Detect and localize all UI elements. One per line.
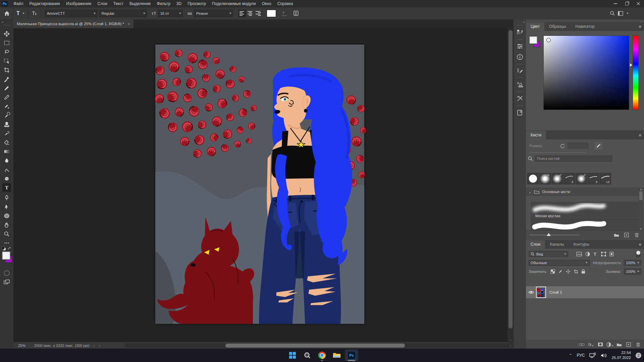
new-brush-icon[interactable] xyxy=(623,232,631,238)
search-icon[interactable] xyxy=(608,9,616,17)
foreground-color-swatch[interactable] xyxy=(2,251,10,260)
filter-smart-objects-icon[interactable] xyxy=(609,252,614,256)
brush-size-slider[interactable] xyxy=(529,152,586,153)
new-brush-group-icon[interactable] xyxy=(612,232,621,238)
art-history-brush-tool[interactable] xyxy=(2,129,11,137)
align-center-button[interactable] xyxy=(247,10,254,17)
notification-badge[interactable]: 2 xyxy=(636,353,641,358)
volume-icon[interactable] xyxy=(601,353,607,358)
crop-tool[interactable] xyxy=(2,66,11,74)
libraries-panel-icon[interactable] xyxy=(515,108,525,117)
anti-alias-select[interactable]: Резкое xyxy=(194,10,233,17)
smudge-tool[interactable] xyxy=(2,165,11,174)
new-layer-icon[interactable] xyxy=(625,341,633,348)
text-orientation-icon[interactable] xyxy=(30,9,38,17)
pen-tool[interactable] xyxy=(2,193,11,202)
delete-brush-icon[interactable] xyxy=(633,232,641,238)
brush-scroll-thumb[interactable] xyxy=(639,191,643,200)
gradient-tool[interactable] xyxy=(2,147,11,156)
quick-mask-icon[interactable] xyxy=(2,269,11,277)
layers-panel-menu-icon[interactable]: ≡ xyxy=(639,242,641,247)
brush-size-input[interactable] xyxy=(568,143,588,149)
scroll-down-icon[interactable]: ⌄ xyxy=(507,338,514,341)
info-panel-icon[interactable] xyxy=(515,52,525,62)
home-icon[interactable] xyxy=(3,9,11,17)
tools-grip[interactable] xyxy=(3,25,10,26)
menu-file[interactable]: Файл xyxy=(10,0,26,7)
brush-tile-soft-2[interactable]: 🖉 xyxy=(551,173,563,184)
clone-stamp-tool[interactable] xyxy=(2,120,11,128)
brush-search-input[interactable]: Поиск кистей xyxy=(535,156,612,162)
menu-view[interactable]: Просмотр xyxy=(184,0,209,7)
document-tab[interactable]: Маленькая Принцесса выросла.ai @ 25% (Сл… xyxy=(13,19,133,28)
taskbar-explorer-button[interactable] xyxy=(330,349,343,361)
menu-help[interactable]: Справка xyxy=(274,0,296,7)
warp-text-icon[interactable]: T xyxy=(280,9,288,17)
mixer-brush-tool[interactable] xyxy=(2,102,11,110)
opacity-field[interactable]: 100% xyxy=(624,260,641,266)
menu-layers[interactable]: Слои xyxy=(95,0,110,7)
scroll-left-icon[interactable]: ‹ xyxy=(99,344,101,348)
start-button[interactable] xyxy=(286,349,299,361)
filter-adjustment-layers-icon[interactable] xyxy=(585,252,590,256)
lock-position-icon[interactable] xyxy=(566,269,571,274)
delete-layer-icon[interactable] xyxy=(634,341,642,348)
blur-tool[interactable] xyxy=(2,156,11,165)
object-selection-tool[interactable] xyxy=(2,57,11,65)
tab-layers[interactable]: Слои xyxy=(526,240,545,249)
filter-type-layers-icon[interactable]: T xyxy=(593,252,598,256)
fill-field[interactable]: 100% xyxy=(624,268,641,275)
scroll-right-icon[interactable]: › xyxy=(510,344,511,348)
layer-filter-select[interactable]: Вид xyxy=(529,251,568,257)
menu-3d[interactable]: 3D xyxy=(173,0,184,7)
move-tool[interactable] xyxy=(2,29,11,38)
layer-styles-icon[interactable]: fx xyxy=(587,341,595,348)
blend-mode-select[interactable]: Обычные xyxy=(529,260,590,266)
color-panel-menu-icon[interactable]: ≡ xyxy=(639,24,641,29)
collapse-tools-icon[interactable]: » xyxy=(2,20,3,24)
canvas-artwork[interactable] xyxy=(155,45,364,324)
path-selection-tool[interactable] xyxy=(2,202,11,211)
font-style-select[interactable]: Regular xyxy=(99,10,147,17)
hue-slider[interactable] xyxy=(633,36,639,110)
brush-tile-soft-1[interactable]: ✎ xyxy=(539,173,551,184)
brush-tool[interactable] xyxy=(2,84,11,92)
layer-filter-toggle[interactable] xyxy=(636,250,641,258)
language-indicator[interactable]: РУС xyxy=(577,353,585,358)
rectangular-marquee-tool[interactable] xyxy=(2,39,11,47)
brushes-panel-menu-icon[interactable]: ≡ xyxy=(639,133,641,138)
zoom-level-field[interactable]: 25% xyxy=(18,344,25,348)
tool-presets-panel-icon[interactable] xyxy=(515,94,525,103)
horizontal-scrollbar-thumb[interactable] xyxy=(225,344,405,348)
tray-chevron-icon[interactable]: ⌃ xyxy=(569,353,572,358)
menu-image[interactable]: Изображение xyxy=(63,0,95,7)
lock-transparency-icon[interactable] xyxy=(550,269,555,274)
slider-thumb-icon[interactable] xyxy=(547,233,551,236)
filter-pixel-layers-icon[interactable] xyxy=(576,252,582,256)
eyedropper-tool[interactable] xyxy=(2,75,11,83)
new-group-icon[interactable] xyxy=(615,341,623,348)
brush-tile-soft-3[interactable]: 🖉 xyxy=(576,173,587,184)
menu-plugins[interactable]: Подключаемые модули xyxy=(209,0,259,7)
filter-shape-layers-icon[interactable] xyxy=(601,252,606,256)
layer-visibility-toggle[interactable] xyxy=(526,290,536,294)
tab-channels[interactable]: Каналы xyxy=(545,240,569,249)
menu-edit[interactable]: Редактирование xyxy=(26,0,63,7)
pencil-tool[interactable] xyxy=(2,93,11,101)
ellipse-tool[interactable] xyxy=(2,212,11,220)
minimize-button[interactable] xyxy=(610,0,621,7)
workspace-caret[interactable] xyxy=(627,13,629,14)
text-color-swatch[interactable] xyxy=(267,10,276,17)
expand-panels-icon[interactable]: « xyxy=(523,20,525,24)
lasso-tool[interactable] xyxy=(2,48,11,56)
tab-color[interactable]: Цвет xyxy=(526,22,544,31)
tab-navigator[interactable]: Навигатор xyxy=(571,22,599,31)
brush-tile-9[interactable]: 9 xyxy=(588,173,599,184)
close-button[interactable] xyxy=(633,0,644,7)
vertical-scrollbar[interactable]: ⌄ xyxy=(507,28,514,342)
network-icon[interactable] xyxy=(589,353,596,358)
zoom-tool[interactable] xyxy=(2,230,11,238)
toggle-panels-icon[interactable] xyxy=(292,9,300,17)
brush-tile-8[interactable]: 8 xyxy=(564,173,575,184)
history-brush-tool[interactable] xyxy=(2,111,11,119)
